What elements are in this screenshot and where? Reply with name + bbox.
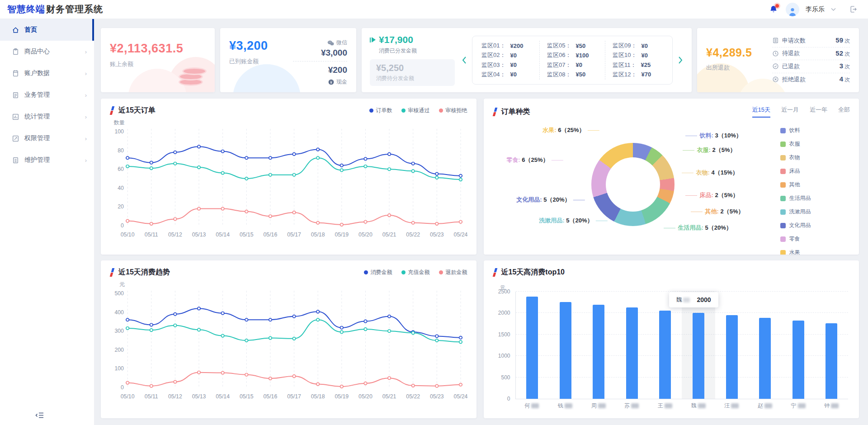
bar-2[interactable] bbox=[593, 305, 604, 399]
sidebar-item-6[interactable]: 维护管理› bbox=[0, 149, 94, 171]
bar-4[interactable] bbox=[659, 311, 671, 399]
category-legend-item[interactable]: 零食 bbox=[780, 235, 811, 243]
masked-name bbox=[665, 403, 672, 408]
legend-swatch-icon bbox=[780, 128, 786, 133]
title-marker-icon bbox=[110, 106, 115, 115]
svg-text:元: 元 bbox=[119, 281, 125, 288]
tab-近一月[interactable]: 近一月 bbox=[781, 106, 799, 118]
category-legend-item[interactable]: 床品 bbox=[780, 167, 811, 175]
category-legend-item[interactable]: 衣服 bbox=[780, 140, 811, 148]
bar-slot bbox=[582, 292, 616, 399]
bar-8[interactable] bbox=[793, 321, 804, 399]
form-icon bbox=[772, 37, 779, 44]
tab-近15天[interactable]: 近15天 bbox=[752, 106, 770, 118]
category-legend-item[interactable]: 生活用品 bbox=[780, 194, 811, 202]
bar-slot bbox=[682, 292, 715, 399]
legend-dot-icon bbox=[439, 109, 443, 113]
bar-x-label: 周 bbox=[582, 402, 615, 410]
donut-label-床品: 床品: 2（5%） bbox=[683, 191, 739, 199]
bar-3[interactable] bbox=[626, 307, 638, 399]
zone-value: ¥0 bbox=[510, 52, 516, 59]
svg-text:05/19: 05/19 bbox=[335, 231, 349, 238]
legend-label: 文化用品 bbox=[789, 222, 811, 229]
category-legend-item[interactable]: 洗漱用品 bbox=[780, 208, 811, 216]
logout-button[interactable] bbox=[849, 5, 857, 13]
carousel-next-button[interactable] bbox=[677, 56, 684, 65]
bar-7[interactable] bbox=[759, 318, 771, 399]
legend-label: 退款金额 bbox=[446, 269, 467, 276]
user-icon bbox=[788, 6, 797, 16]
legend-label: 衣物 bbox=[789, 154, 800, 161]
wechat-row: 微信 bbox=[293, 39, 347, 47]
category-legend-item[interactable]: 衣物 bbox=[780, 154, 811, 161]
consume-chart-title: 近15天消费趋势 bbox=[118, 268, 170, 277]
masked-name bbox=[631, 403, 639, 408]
orders-chart-title: 近15天订单 bbox=[118, 106, 156, 115]
masked-name bbox=[565, 403, 572, 408]
wechat-value: ¥3,000 bbox=[293, 48, 347, 58]
sidebar-item-2[interactable]: 账户数据› bbox=[0, 62, 94, 84]
logout-icon bbox=[849, 5, 857, 13]
bar-6[interactable] bbox=[726, 315, 738, 399]
donut-label-饮料: 饮料: 3（10%） bbox=[683, 132, 742, 140]
zone-name: 监区10： bbox=[613, 51, 637, 59]
tab-全部[interactable]: 全部 bbox=[838, 106, 850, 118]
legend-item[interactable]: 消费金额 bbox=[364, 269, 392, 276]
category-legend-item[interactable]: 其他 bbox=[780, 181, 811, 189]
pending-panel: ¥5,250 消费待分发金额 bbox=[370, 59, 455, 86]
bar-tooltip: 魏2000 bbox=[669, 292, 718, 307]
legend-swatch-icon bbox=[780, 182, 786, 188]
reject-circle-icon bbox=[772, 76, 779, 83]
chevron-down-icon[interactable] bbox=[831, 7, 836, 12]
legend-dot-icon bbox=[401, 109, 406, 113]
check-circle-icon bbox=[772, 63, 779, 70]
masked-name bbox=[798, 403, 806, 408]
tab-近一年[interactable]: 近一年 bbox=[810, 106, 827, 118]
legend-label: 充值金额 bbox=[408, 269, 430, 276]
svg-text:100: 100 bbox=[114, 366, 124, 372]
svg-text:05/11: 05/11 bbox=[145, 393, 158, 400]
legend-item[interactable]: 充值金额 bbox=[401, 269, 430, 276]
zone-column: 监区09：¥0监区10：¥0监区11：¥25监区12：¥70 bbox=[605, 41, 670, 80]
notifications-button[interactable] bbox=[768, 4, 779, 15]
bar-slot bbox=[715, 292, 749, 399]
svg-text:05/22: 05/22 bbox=[406, 393, 420, 400]
legend-label: 衣服 bbox=[789, 140, 800, 148]
carousel-prev-button[interactable] bbox=[461, 56, 467, 65]
bar-9[interactable] bbox=[826, 323, 837, 399]
sidebar-item-0[interactable]: 首页 bbox=[0, 19, 94, 41]
category-donut-chart[interactable] bbox=[591, 143, 675, 226]
balance-label: 账上余额 bbox=[110, 60, 206, 68]
bar-1[interactable] bbox=[560, 302, 571, 399]
category-legend-item[interactable]: 文化用品 bbox=[780, 222, 811, 229]
svg-text:05/21: 05/21 bbox=[382, 231, 396, 238]
legend-item[interactable]: 退款金额 bbox=[439, 269, 467, 276]
legend-item[interactable]: 审核通过 bbox=[401, 107, 430, 114]
clock-icon bbox=[772, 50, 779, 57]
consume-line-chart: 元010020030040050005/1005/1105/1205/1305/… bbox=[105, 280, 472, 403]
sidebar-item-5[interactable]: 权限管理› bbox=[0, 128, 94, 149]
legend-item[interactable]: 审核拒绝 bbox=[439, 107, 467, 114]
svg-text:05/10: 05/10 bbox=[121, 231, 135, 238]
zone-value: ¥0 bbox=[641, 42, 647, 49]
svg-text:05/23: 05/23 bbox=[430, 393, 444, 400]
bar-0[interactable] bbox=[526, 297, 538, 399]
refund-row-unit: 次 bbox=[844, 76, 850, 83]
refund-row-unit: 次 bbox=[844, 51, 850, 57]
consume-chart-legend: 消费金额充值金额退款金额 bbox=[364, 269, 467, 276]
category-legend-item[interactable]: 水果 bbox=[780, 249, 811, 255]
sidebar-item-1[interactable]: 商品中心› bbox=[0, 41, 94, 62]
sidebar-item-3[interactable]: 业务管理› bbox=[0, 84, 94, 106]
title-marker-icon bbox=[110, 268, 115, 277]
donut-label-水果: 水果: 6（25%） bbox=[542, 126, 602, 134]
avatar[interactable] bbox=[786, 3, 799, 16]
svg-text:05/18: 05/18 bbox=[311, 393, 325, 400]
category-legend-item[interactable]: 饮料 bbox=[780, 127, 811, 134]
collapse-sidebar-button[interactable] bbox=[35, 412, 44, 420]
sidebar-item-4[interactable]: 统计管理› bbox=[0, 106, 94, 128]
bar-5[interactable] bbox=[693, 313, 704, 399]
zone-value: ¥0 bbox=[576, 61, 582, 68]
svg-text:05/17: 05/17 bbox=[287, 393, 301, 400]
legend-item[interactable]: 订单数 bbox=[369, 107, 392, 114]
callout-line bbox=[685, 136, 697, 136]
